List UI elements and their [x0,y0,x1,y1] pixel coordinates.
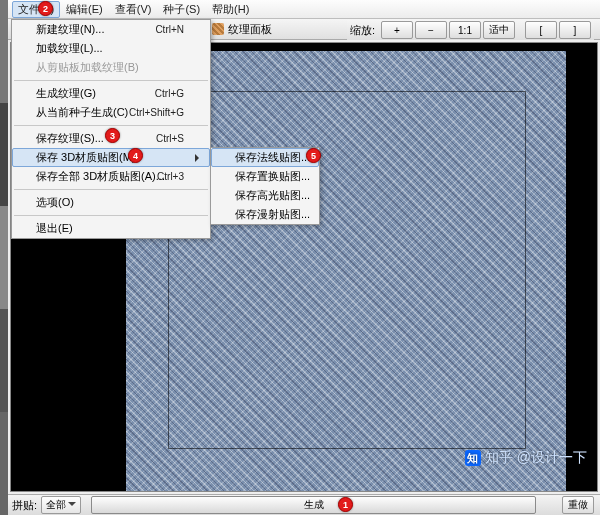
menubar: 文件(F) 编辑(E) 查看(V) 种子(S) 帮助(H) [8,0,600,19]
submenu-item-save-normal[interactable]: 保存法线贴图... [211,148,319,167]
menu-separator [14,80,208,81]
callout-2: 2 [38,1,53,16]
menu-item-generate-from-seed[interactable]: 从当前种子生成(C)Ctrl+Shift+G [12,103,210,122]
texture-inner-rect [168,91,526,449]
preset-label: 拼贴: [12,498,37,513]
menu-item-save-all-3d-maps[interactable]: 保存全部 3D材质贴图(A)...Ctrl+3 [12,167,210,186]
callout-1: 1 [338,497,353,512]
watermark-text: 知乎 @设计一下 [485,449,587,467]
menu-help[interactable]: 帮助(H) [206,1,255,18]
footer-bar: 拼贴: 全部 生成 重做 [8,494,600,515]
menu-edit[interactable]: 编辑(E) [60,1,109,18]
zoom-fit-button[interactable]: 适中 [483,21,515,39]
zhihu-logo-icon: 知 [465,450,481,466]
bracket-left-button[interactable]: [ [525,21,557,39]
redo-button[interactable]: 重做 [562,496,594,514]
zoom-label: 缩放: [350,23,375,38]
menu-item-new-texture[interactable]: 新建纹理(N)...Ctrl+N [12,20,210,39]
submenu-item-save-specular[interactable]: 保存高光贴图... [211,186,319,205]
watermark: 知 知乎 @设计一下 [465,449,587,467]
texture-icon [212,23,224,35]
tab-texture-panel[interactable]: 纹理面板 [208,22,276,37]
bracket-right-button[interactable]: ] [559,21,591,39]
generate-button[interactable]: 生成 [91,496,536,514]
menu-view[interactable]: 查看(V) [109,1,158,18]
left-thumb-strip [0,0,8,515]
submenu-item-save-diffuse[interactable]: 保存漫射贴图... [211,205,319,224]
menu-item-load-from-clipboard: 从剪贴板加载纹理(B) [12,58,210,77]
menu-item-load-texture[interactable]: 加载纹理(L)... [12,39,210,58]
menu-item-generate[interactable]: 生成纹理(G)Ctrl+G [12,84,210,103]
menu-item-options[interactable]: 选项(O) [12,193,210,212]
zoom-controls: 缩放: + − 1:1 适中 [ ] [347,20,594,40]
save-3d-submenu: 保存法线贴图... 保存置换贴图... 保存高光贴图... 保存漫射贴图... [210,147,320,225]
zoom-in-button[interactable]: + [381,21,413,39]
menu-separator [14,215,208,216]
submenu-item-save-displacement[interactable]: 保存置换贴图... [211,167,319,186]
menu-item-save-3d-maps[interactable]: 保存 3D材质贴图(M) [12,148,210,167]
menu-separator [14,125,208,126]
tab-label: 纹理面板 [228,22,272,37]
menu-seed[interactable]: 种子(S) [157,1,206,18]
callout-4: 4 [128,148,143,163]
submenu-arrow-icon [195,154,203,162]
zoom-out-button[interactable]: − [415,21,447,39]
menu-separator [14,189,208,190]
menu-item-exit[interactable]: 退出(E) [12,219,210,238]
callout-3: 3 [105,128,120,143]
callout-5: 5 [306,148,321,163]
zoom-1to1-button[interactable]: 1:1 [449,21,481,39]
preset-select[interactable]: 全部 [41,496,81,514]
